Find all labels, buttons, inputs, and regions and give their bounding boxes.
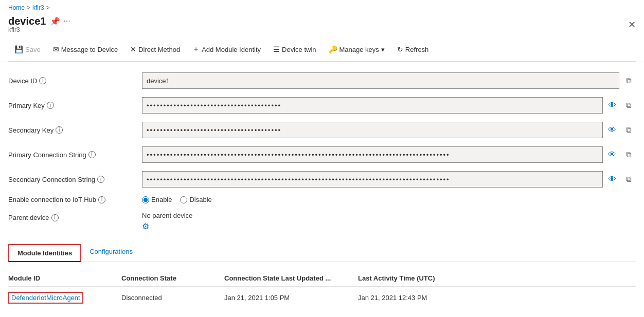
breadcrumb-sep2: >	[46, 4, 50, 11]
secondary-conn-label: Secondary Connection String	[8, 176, 95, 183]
disable-radio[interactable]: Disable	[180, 196, 211, 203]
no-parent-device-text: No parent device	[142, 212, 192, 219]
primary-key-input[interactable]	[142, 97, 603, 114]
toolbar: 💾 Save ✉ Message to Device ✕ Direct Meth…	[8, 38, 636, 62]
manage-keys-button[interactable]: 🔑 Manage keys ▾	[323, 42, 391, 57]
dropdown-arrow-icon: ▾	[381, 46, 385, 53]
primary-key-eye-button[interactable]: 👁	[605, 98, 619, 113]
add-module-icon: ＋	[192, 45, 200, 54]
device-twin-icon: ☰	[273, 45, 280, 53]
device-id-label: Device ID	[8, 77, 37, 85]
enable-conn-radio-group: Enable Disable	[142, 196, 212, 203]
message-to-device-button[interactable]: ✉ Message to Device	[47, 42, 124, 57]
page-title: device1	[8, 15, 46, 27]
tab-module-identities[interactable]: Module Identities	[8, 244, 81, 262]
device-id-input[interactable]	[142, 72, 619, 89]
secondary-key-input[interactable]	[142, 122, 603, 138]
parent-device-gear-icon[interactable]: ⚙	[142, 221, 192, 231]
secondary-key-info-icon[interactable]: i	[56, 126, 63, 134]
secondary-conn-row: Secondary Connection String i 👁 ⧉	[8, 171, 636, 188]
enable-conn-label: Enable connection to IoT Hub	[8, 196, 96, 203]
col-header-module-id: Module ID	[8, 274, 121, 282]
connection-state-cell: Disconnected	[121, 294, 224, 302]
parent-device-info-icon[interactable]: i	[51, 214, 59, 221]
primary-key-label: Primary Key	[8, 102, 45, 109]
primary-conn-eye-button[interactable]: 👁	[605, 147, 619, 162]
device-id-info-icon[interactable]: i	[39, 77, 46, 84]
col-header-last-activity: Last Activity Time (UTC)	[358, 274, 636, 282]
enable-label: Enable	[151, 196, 172, 203]
disable-label: Disable	[189, 196, 211, 203]
breadcrumb-parent[interactable]: kfir3	[32, 4, 44, 11]
enable-conn-info-icon[interactable]: i	[98, 196, 105, 203]
table-row: DefenderIotMicroAgent Disconnected Jan 2…	[8, 287, 636, 309]
refresh-button[interactable]: ↻ Refresh	[391, 42, 435, 57]
table-header: Module ID Connection State Connection St…	[8, 270, 636, 287]
secondary-conn-input[interactable]	[142, 171, 603, 188]
primary-conn-label: Primary Connection String	[8, 151, 86, 159]
secondary-conn-eye-button[interactable]: 👁	[605, 172, 619, 187]
secondary-key-label: Secondary Key	[8, 126, 53, 134]
col-header-connection-updated: Connection State Last Updated ...	[224, 274, 358, 282]
primary-conn-row: Primary Connection String i 👁 ⧉	[8, 146, 636, 163]
parent-device-row: Parent device i No parent device ⚙	[8, 212, 636, 231]
more-options-icon[interactable]: ···	[63, 16, 70, 26]
enable-radio-input[interactable]	[142, 196, 149, 203]
primary-key-info-icon[interactable]: i	[47, 102, 54, 109]
col-header-connection-state: Connection State	[121, 274, 224, 282]
primary-conn-input[interactable]	[142, 146, 603, 163]
device-twin-button[interactable]: ☰ Device twin	[267, 42, 322, 57]
secondary-conn-info-icon[interactable]: i	[97, 176, 104, 183]
add-module-identity-button[interactable]: ＋ Add Module Identity	[186, 42, 267, 57]
secondary-key-row: Secondary Key i 👁 ⧉	[8, 122, 636, 138]
refresh-icon: ↻	[397, 45, 403, 53]
disable-radio-input[interactable]	[180, 196, 187, 203]
module-identities-table: Module ID Connection State Connection St…	[8, 270, 636, 309]
parent-device-label: Parent device	[8, 214, 49, 221]
breadcrumb-home[interactable]: Home	[8, 4, 25, 11]
tab-configurations[interactable]: Configurations	[81, 244, 141, 262]
enable-conn-row: Enable connection to IoT Hub i Enable Di…	[8, 196, 636, 203]
secondary-conn-copy-button[interactable]: ⧉	[621, 172, 636, 187]
primary-key-copy-button[interactable]: ⧉	[621, 98, 636, 113]
save-icon: 💾	[14, 45, 23, 53]
page-subtitle: kfir3	[8, 26, 70, 33]
primary-conn-copy-button[interactable]: ⧉	[621, 147, 636, 162]
device-form: Device ID i ⧉ Primary Key i 👁 ⧉ Secon	[8, 72, 636, 231]
direct-method-icon: ✕	[130, 45, 136, 53]
save-button[interactable]: 💾 Save	[8, 42, 47, 57]
primary-conn-info-icon[interactable]: i	[88, 151, 96, 158]
direct-method-button[interactable]: ✕ Direct Method	[124, 42, 186, 57]
secondary-key-copy-button[interactable]: ⧉	[621, 123, 636, 137]
enable-radio[interactable]: Enable	[142, 196, 172, 203]
secondary-key-eye-button[interactable]: 👁	[605, 123, 619, 137]
pin-icon[interactable]: 📌	[50, 16, 60, 26]
device-id-copy-button[interactable]: ⧉	[621, 73, 636, 88]
primary-key-row: Primary Key i 👁 ⧉	[8, 97, 636, 114]
device-id-row: Device ID i ⧉	[8, 72, 636, 89]
close-button[interactable]: ✕	[628, 20, 636, 29]
breadcrumb: Home > kfir3 >	[8, 4, 636, 11]
module-id-link[interactable]: DefenderIotMicroAgent	[8, 292, 83, 304]
breadcrumb-sep1: >	[27, 4, 30, 11]
message-icon: ✉	[53, 45, 59, 53]
last-activity-cell: Jan 21, 2021 12:43 PM	[358, 294, 636, 302]
tabs-section: Module Identities Configurations	[8, 244, 636, 262]
manage-keys-icon: 🔑	[329, 45, 337, 53]
connection-updated-cell: Jan 21, 2021 1:05 PM	[224, 294, 358, 302]
